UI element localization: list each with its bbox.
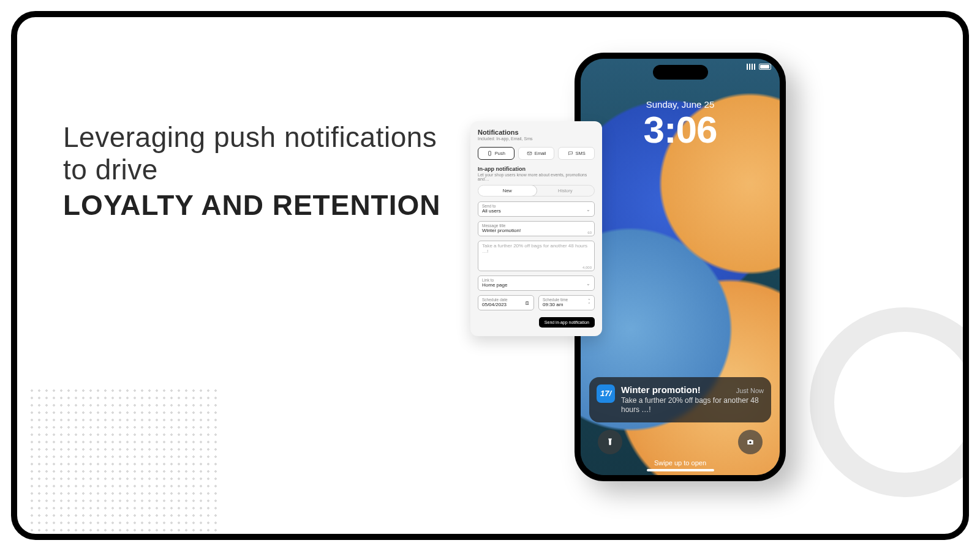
phone-icon xyxy=(487,151,492,156)
home-indicator[interactable] xyxy=(647,469,714,471)
title-counter: 60 xyxy=(587,231,592,234)
notification-message: Take a further 20% off bags for another … xyxy=(621,396,764,415)
headline-light: Leveraging push notifications to drive xyxy=(63,121,461,186)
body-counter: 4,000 xyxy=(582,266,592,269)
dot-grid-decor xyxy=(28,387,218,540)
dynamic-island xyxy=(653,65,708,80)
status-bar xyxy=(747,64,771,70)
message-title-input[interactable]: Message title Winter promotion! 60 xyxy=(478,221,595,236)
panel-title: Notifications xyxy=(478,129,595,136)
link-to-select[interactable]: Link to Home page ⌄ xyxy=(478,276,595,291)
calendar-icon: 🗓 xyxy=(525,300,530,305)
channel-sms[interactable]: SMS xyxy=(558,147,595,160)
panel-subtitle: Included: In-app, Email, Sms xyxy=(478,137,595,141)
notification-title: Winter promotion! xyxy=(621,384,701,395)
notification-time: Just Now xyxy=(736,387,764,394)
new-history-segment[interactable]: New History xyxy=(478,185,595,197)
channel-push[interactable]: Push xyxy=(478,147,514,160)
signal-icon xyxy=(747,64,755,70)
battery-icon xyxy=(759,64,771,70)
send-notification-button[interactable]: Send in-app notification xyxy=(539,317,595,328)
headline-block: Leveraging push notifications to drive L… xyxy=(63,121,461,222)
flashlight-icon xyxy=(606,438,614,446)
send-to-select[interactable]: Send to All users ⌄ xyxy=(478,201,595,217)
headline-bold: LOYALTY AND RETENTION xyxy=(63,189,461,222)
notifications-panel: Notifications Included: In-app, Email, S… xyxy=(470,121,602,336)
svg-rect-1 xyxy=(488,151,491,156)
schedule-time-input[interactable]: Schedule time 09:30 am ˄˅ xyxy=(538,295,595,310)
camera-icon xyxy=(746,438,755,446)
channel-email[interactable]: Email xyxy=(518,147,555,160)
svg-point-0 xyxy=(749,441,752,444)
ring-decor xyxy=(810,307,969,497)
channel-email-label: Email xyxy=(535,151,546,156)
lockscreen-notification[interactable]: 17/ Winter promotion! Just Now Take a fu… xyxy=(589,377,771,422)
section-sub: Let your shop users know more about even… xyxy=(478,173,595,181)
lockscreen-time: 3:06 xyxy=(581,111,780,149)
schedule-date-input[interactable]: Schedule date 05/04/2023 🗓 xyxy=(478,295,534,310)
phone-mockup: Sunday, June 25 3:06 17/ Winter promotio… xyxy=(575,53,786,481)
chevron-down-icon: ⌄ xyxy=(586,280,590,286)
channel-push-label: Push xyxy=(495,151,505,156)
flashlight-button[interactable] xyxy=(598,430,622,454)
swipe-hint: Swipe up to open xyxy=(581,459,780,467)
section-title: In-app notification xyxy=(478,166,595,172)
camera-button[interactable] xyxy=(738,430,763,454)
notification-app-icon: 17/ xyxy=(597,384,615,403)
seg-history[interactable]: History xyxy=(537,186,595,196)
sms-icon xyxy=(568,151,573,156)
seg-new[interactable]: New xyxy=(478,185,537,197)
chevron-down-icon: ⌄ xyxy=(586,206,590,212)
channel-sms-label: SMS xyxy=(576,151,586,156)
email-icon xyxy=(527,151,532,156)
message-body-input[interactable]: Take a further 20% off bags for another … xyxy=(478,241,595,271)
stepper-icon: ˄˅ xyxy=(588,299,590,307)
